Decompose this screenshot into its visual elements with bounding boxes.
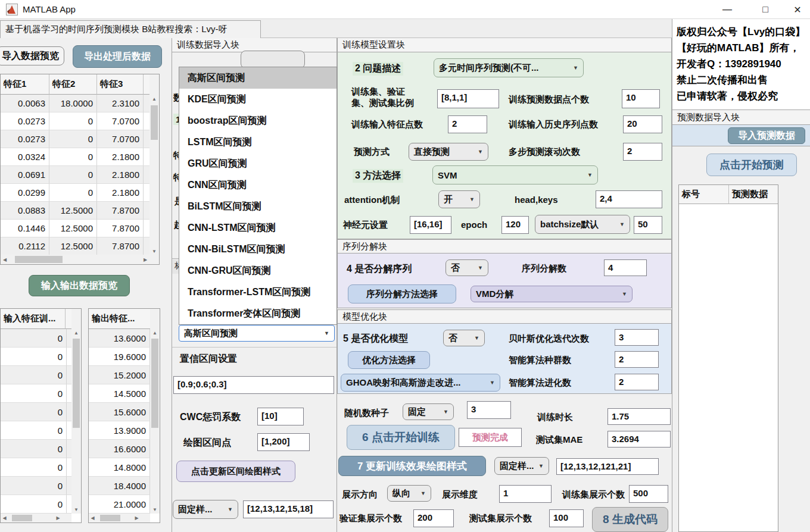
history-points-input[interactable]: 20 xyxy=(623,115,662,133)
interval-style-combobox[interactable]: 固定样... ▼ xyxy=(173,500,238,519)
io-data-preview-button[interactable]: 输入输出数据预览 xyxy=(29,275,130,296)
table-cell[interactable]: 0.0273 xyxy=(1,130,49,148)
table-cell[interactable]: 7.8700 xyxy=(97,237,144,255)
dropdown-item[interactable]: Transformer-LSTM区间预测 xyxy=(179,281,337,303)
table-cell[interactable]: 14.8000 xyxy=(89,458,150,477)
hidden-button-partial[interactable] xyxy=(241,51,305,68)
interval-method-combobox[interactable]: 高斯区间预测 ▼ xyxy=(179,325,335,342)
table-cell[interactable]: 19.6000 xyxy=(89,348,150,366)
neuron-input[interactable]: [16,16] xyxy=(410,216,451,234)
table-cell[interactable]: 2.1800 xyxy=(97,148,144,166)
dropdown-item[interactable]: boostrap区间预测 xyxy=(179,110,337,132)
batchsize-input[interactable]: 50 xyxy=(634,216,662,234)
dropdown-item[interactable]: GRU区间预测 xyxy=(179,153,337,174)
attention-combobox[interactable]: 开 ▼ xyxy=(438,190,480,208)
scroll-left-icon[interactable]: ◀ xyxy=(1,255,9,264)
generate-code-button[interactable]: 8 生成代码 xyxy=(592,507,668,532)
scroll-down-icon[interactable]: ▼ xyxy=(71,506,81,514)
scrollbar-thumb[interactable] xyxy=(15,256,63,263)
table-cell[interactable]: 21.0000 xyxy=(89,495,150,514)
table-cell[interactable]: 0.0324 xyxy=(1,148,49,166)
table-cell[interactable]: 0 xyxy=(1,495,67,514)
update-interval-style-button[interactable]: 点击更新区间绘图样式 xyxy=(176,461,295,482)
table-cell[interactable]: 0.0883 xyxy=(1,202,49,220)
decompose-question-combobox[interactable]: 否 ▼ xyxy=(446,259,488,276)
table-cell[interactable]: 0 xyxy=(1,440,67,458)
split-ratio-input[interactable]: [8,1,1] xyxy=(437,89,499,108)
table-cell[interactable]: 13.6000 xyxy=(89,329,150,348)
table-cell[interactable]: 13.9000 xyxy=(89,421,150,440)
confidence-interval-input[interactable]: [0.9;0.6;0.3] xyxy=(173,376,334,394)
predict-table-body[interactable] xyxy=(679,204,778,531)
bayes-iter-input[interactable]: 3 xyxy=(615,329,659,346)
table-cell[interactable]: 12.5000 xyxy=(49,220,97,237)
train-style-input[interactable]: [12,13,12,121,21] xyxy=(556,458,659,475)
horizontal-scrollbar[interactable]: ◀ ▶ xyxy=(1,514,71,522)
decompose-count-input[interactable]: 4 xyxy=(604,259,647,276)
scroll-up-icon[interactable]: ▲ xyxy=(150,329,160,337)
scrollbar-thumb[interactable] xyxy=(151,339,158,428)
table-cell[interactable]: 0 xyxy=(49,184,97,202)
export-processed-data-button[interactable]: 导出处理后数据 xyxy=(73,45,162,68)
table-cell[interactable]: 15.6000 xyxy=(89,403,150,421)
table-cell[interactable]: 2.1800 xyxy=(97,166,144,184)
optimize-question-combobox[interactable]: 否 ▼ xyxy=(443,330,485,346)
optimize-method-button[interactable]: 优化方法选择 xyxy=(348,351,430,369)
maximize-button[interactable]: □ xyxy=(752,0,779,19)
scrollbar-thumb[interactable] xyxy=(151,105,158,140)
decompose-method-combobox[interactable]: VMD分解 ▼ xyxy=(471,286,633,302)
table-cell[interactable]: 0 xyxy=(1,384,67,403)
dropdown-item[interactable]: CNN区间预测 xyxy=(179,174,337,196)
table-cell[interactable]: 15.2000 xyxy=(89,366,150,384)
scroll-right-icon[interactable]: ▶ xyxy=(133,514,141,522)
table-cell[interactable]: 0 xyxy=(1,366,67,384)
scroll-up-icon[interactable]: ▲ xyxy=(71,329,81,337)
table-cell[interactable]: 0 xyxy=(1,477,67,495)
table-cell[interactable]: 7.8700 xyxy=(97,220,144,237)
horizontal-scrollbar[interactable]: ◀ ▶ xyxy=(1,255,149,264)
random-seed-input[interactable]: 3 xyxy=(467,401,511,419)
train-duration-input[interactable]: 1.75 xyxy=(608,408,671,425)
table-cell[interactable]: 7.8700 xyxy=(97,202,144,220)
scrollbar-thumb[interactable] xyxy=(73,339,80,428)
update-train-plot-style-button[interactable]: 7 更新训练效果绘图样式 xyxy=(338,456,486,476)
table-cell[interactable]: 0.2112 xyxy=(1,237,49,255)
table-cell[interactable]: 0 xyxy=(49,166,97,184)
population-input[interactable]: 2 xyxy=(615,351,659,368)
input-feat-count-input[interactable]: 2 xyxy=(448,115,487,133)
scroll-down-icon[interactable]: ▼ xyxy=(150,506,160,514)
cwc-penalty-input[interactable]: [10] xyxy=(257,408,304,425)
scroll-right-icon[interactable]: ▶ xyxy=(141,255,149,264)
import-predict-data-button[interactable]: 导入预测数据 xyxy=(728,127,805,144)
problem-desc-combobox[interactable]: 多元时间序列预测(不可... ▼ xyxy=(434,58,584,77)
import-data-preview-button[interactable]: 导入数据预览 xyxy=(0,46,64,65)
display-dim-input[interactable]: 1 xyxy=(499,485,552,503)
scrollbar-thumb[interactable] xyxy=(12,515,32,521)
start-predict-button[interactable]: 点击开始预测 xyxy=(706,154,797,176)
epoch-input[interactable]: 120 xyxy=(501,216,529,234)
table-cell[interactable]: 0.0273 xyxy=(1,112,49,130)
scroll-left-icon[interactable]: ◀ xyxy=(89,514,96,522)
vertical-scrollbar[interactable]: ▲ ▼ xyxy=(149,95,159,255)
pred-points-input[interactable]: 10 xyxy=(622,89,660,108)
rolling-count-input[interactable]: 2 xyxy=(623,143,662,161)
horizontal-scrollbar[interactable]: ◀ ▶ xyxy=(89,514,150,522)
dropdown-item[interactable]: LSTM区间预测 xyxy=(179,132,337,153)
algorithm-combobox[interactable]: GHOA映射和高斯游走改进... ▼ xyxy=(341,374,500,392)
table-cell[interactable]: 0 xyxy=(49,112,97,130)
dropdown-item[interactable]: CNN-LSTM区间预测 xyxy=(179,217,337,239)
val-show-count-input[interactable]: 200 xyxy=(413,509,454,527)
interval-style-input[interactable]: [12,13,12,15,18] xyxy=(243,500,334,518)
scroll-right-icon[interactable]: ▶ xyxy=(54,514,62,522)
table-cell[interactable]: 0 xyxy=(49,148,97,166)
minimize-button[interactable]: — xyxy=(714,0,741,19)
table-cell[interactable]: 2.3100 xyxy=(97,95,144,112)
table-cell[interactable]: 0 xyxy=(1,403,67,421)
table-cell[interactable]: 12.5000 xyxy=(49,237,97,255)
table-cell[interactable]: 2.1800 xyxy=(97,184,144,202)
table-cell[interactable]: 18.4000 xyxy=(89,477,150,495)
vertical-scrollbar[interactable]: ▲ ▼ xyxy=(71,329,81,514)
headkeys-input[interactable]: 2,4 xyxy=(596,190,662,208)
table-cell[interactable]: 12.5000 xyxy=(49,202,97,220)
test-mae-input[interactable]: 3.2694 xyxy=(608,431,671,447)
